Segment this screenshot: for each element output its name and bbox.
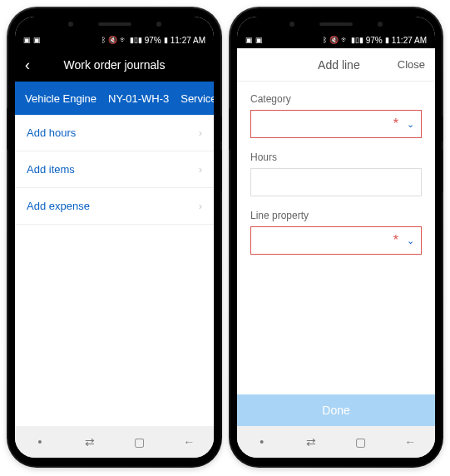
battery-icon: ▮ [164,36,168,44]
battery-pct: 97% [366,36,383,45]
nav-menu[interactable]: • [27,435,52,449]
android-nav-bar: • ⇄ ▢ ← [15,426,214,458]
chevron-right-icon: › [199,200,202,212]
screen-2: ▣ ▣ ᛒ 🔇 ᯤ ▮▯▮ 97% ▮ 11:27 AM Add line Cl… [237,17,435,458]
field-label: Line property [250,210,422,221]
nav-home[interactable]: ▢ [126,435,151,449]
notif-icon: ▣ [245,36,253,44]
back-button[interactable]: ‹ [25,57,42,74]
list: Add hours › Add items › Add expense › [15,115,214,426]
done-button[interactable]: Done [237,394,435,426]
app-bar: Add line Close [237,48,435,82]
nav-back[interactable]: ← [398,435,423,449]
clock: 11:27 AM [171,36,205,45]
status-bar: ▣ ▣ ᛒ 🔇 ᯤ ▮▯▮ 97% ▮ 11:27 AM [15,32,214,48]
bluetooth-icon: ᛒ [323,36,327,44]
field-label: Category [250,93,422,105]
notif-icon: ▣ [23,36,31,44]
context-type: Service [180,92,214,105]
category-select[interactable]: * ⌄ [250,110,422,138]
signal-icon: ▮▯▮ [130,36,142,44]
bluetooth-icon: ᛒ [101,36,106,44]
android-nav-bar: • ⇄ ▢ ← [237,426,435,458]
phone-left: ▣ ▣ ᛒ 🔇 ᯤ ▮▯▮ 97% ▮ 11:27 AM ‹ Work orde… [8,8,220,466]
signal-icon: ▮▯▮ [351,36,363,44]
nav-recents[interactable]: ⇄ [299,435,324,449]
context-order: NY-01-WH-3 [108,92,169,105]
list-item-label: Add items [27,163,75,176]
nav-menu[interactable]: • [250,435,274,449]
list-item-label: Add expense [27,200,90,212]
list-item-add-expense[interactable]: Add expense › [15,188,214,225]
chevron-down-icon: ⌄ [407,236,414,246]
context-vehicle: Vehicle Engine [25,92,96,105]
speaker-bar [15,17,214,32]
line-property-select[interactable]: * ⌄ [250,226,422,255]
clock: 11:27 AM [392,36,427,45]
notif-icon: ▣ [255,36,263,44]
required-icon: * [393,233,398,248]
hours-input[interactable] [250,168,422,196]
field-hours: Hours [250,151,422,196]
notif-icon: ▣ [33,36,41,44]
battery-pct: 97% [145,36,161,45]
list-item-add-hours[interactable]: Add hours › [15,115,214,151]
page-title: Add line [280,58,398,72]
app-bar: ‹ Work order journals [15,48,214,82]
page-title: Work order journals [42,58,187,72]
chevron-down-icon: ⌄ [407,119,414,130]
context-bar: Vehicle Engine NY-01-WH-3 Service [15,82,214,115]
mute-icon: 🔇 [108,36,117,44]
done-label: Done [322,404,349,417]
list-item-add-items[interactable]: Add items › [15,151,214,188]
nav-back[interactable]: ← [176,435,201,449]
field-category: Category * ⌄ [250,93,422,138]
field-label: Hours [250,151,422,163]
list-item-label: Add hours [27,126,76,139]
form: Category * ⌄ Hours Line property * ⌄ [237,82,435,394]
required-icon: * [393,117,398,131]
nav-recents[interactable]: ⇄ [77,435,102,449]
mute-icon: 🔇 [329,36,339,44]
close-button[interactable]: Close [398,58,425,71]
chevron-right-icon: › [199,163,202,176]
speaker-bar [237,17,435,32]
wifi-icon: ᯤ [341,36,349,44]
screen-1: ▣ ▣ ᛒ 🔇 ᯤ ▮▯▮ 97% ▮ 11:27 AM ‹ Work orde… [15,17,214,458]
battery-icon: ▮ [385,36,389,44]
nav-home[interactable]: ▢ [349,435,373,449]
phone-right: ▣ ▣ ᛒ 🔇 ᯤ ▮▯▮ 97% ▮ 11:27 AM Add line Cl… [230,8,442,466]
chevron-right-icon: › [199,126,202,139]
status-bar: ▣ ▣ ᛒ 🔇 ᯤ ▮▯▮ 97% ▮ 11:27 AM [237,32,435,48]
wifi-icon: ᯤ [120,36,127,44]
field-line-property: Line property * ⌄ [250,210,422,255]
